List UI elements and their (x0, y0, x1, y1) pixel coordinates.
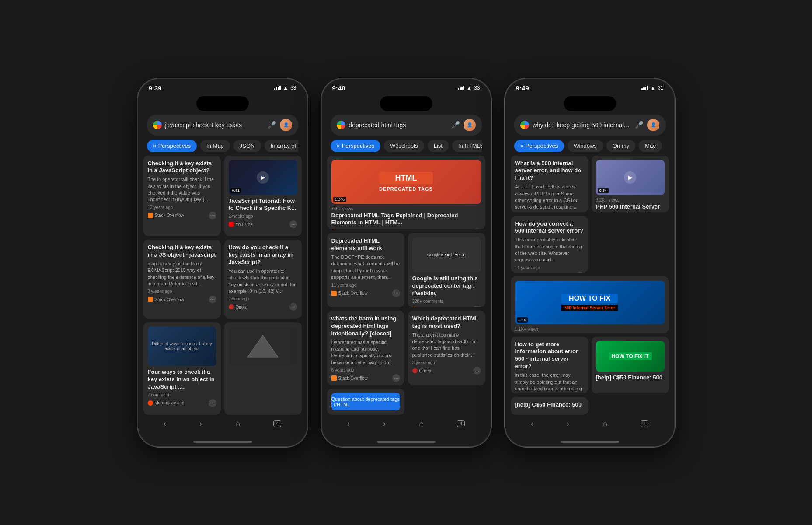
more-options-btn[interactable]: ⋯ (209, 399, 216, 407)
reddit-icon (412, 307, 418, 307)
more-options-btn[interactable]: ⋯ (289, 220, 297, 228)
more-options-btn[interactable]: ⋯ (473, 306, 481, 307)
play-button[interactable]: ▶ (257, 171, 269, 184)
result-title: Checking if a key exists in a JS object … (148, 244, 216, 259)
more-options-btn[interactable]: ⋯ (392, 374, 400, 382)
result-card[interactable]: How do you correct a 500 internal server… (511, 216, 588, 273)
home-button[interactable]: ⌂ (419, 419, 424, 428)
phone1-filter-inmap[interactable]: In Map (200, 140, 230, 152)
phone1-filter-perspectives[interactable]: Perspectives (147, 140, 197, 152)
phone3-filter-perspectives[interactable]: Perspectives (514, 140, 565, 152)
phone2-avatar[interactable]: 👤 (464, 119, 476, 131)
video-thumbnail: HOW TO FIX 500 Internal Server Error 3:1… (515, 281, 665, 324)
result-title: Deprecated HTML Tags Explained | Depreca… (331, 212, 481, 227)
forward-button[interactable]: › (383, 419, 386, 428)
more-results-label: Question about deprecated tags : r/HTML (331, 396, 400, 407)
more-options-btn[interactable]: ⋯ (209, 296, 216, 303)
phone2-results: HTML DEPRECATED TAGS 11:46 740+ views De… (327, 156, 485, 415)
more-options-btn[interactable]: ⋯ (209, 212, 216, 219)
phone2-search-text[interactable]: deprecated html tags (349, 122, 448, 129)
tabs-button[interactable]: 4 (457, 420, 465, 427)
play-button[interactable]: ▶ (624, 171, 636, 184)
video-duration: 3:16 (517, 317, 528, 323)
result-snippet: You can use in operator to check whether… (229, 268, 297, 295)
result-card[interactable]: Which deprecated HTML tag is most used? … (408, 311, 485, 385)
phone2-search-bar[interactable]: deprecated html tags 🎤 👤 (331, 115, 482, 136)
phone2-battery-icon: 33 (474, 85, 480, 91)
phone1-search-text[interactable]: javascript check if key exists (165, 122, 264, 129)
phone1-filter-json[interactable]: JSON (233, 140, 261, 152)
result-source: Stack Overflow ⋯ (331, 374, 400, 382)
result-card[interactable] (224, 322, 302, 414)
views-count: 1.1K+ views (515, 327, 665, 332)
result-card[interactable]: HOW TO FIX IT [help] C$50 Finance: 500 (592, 337, 669, 393)
result-card[interactable]: Question about deprecated tags : r/HTML (327, 389, 404, 415)
mic-icon[interactable]: 🎤 (268, 121, 276, 129)
result-meta: 2 weeks ago (229, 214, 297, 219)
phone1-search-bar[interactable]: javascript check if key exists 🎤 👤 (147, 115, 298, 136)
more-options-btn[interactable]: ⋯ (473, 228, 481, 229)
phone2-filter-perspectives[interactable]: Perspectives (331, 140, 381, 152)
result-card[interactable]: whats the harm in using deprecated html … (327, 311, 404, 385)
result-card[interactable]: How do you check if a key exists in an a… (224, 240, 302, 319)
more-options-btn[interactable]: ⋯ (473, 367, 481, 375)
back-button[interactable]: ‹ (531, 419, 533, 428)
so-icon (148, 213, 153, 218)
result-card-video-large[interactable]: HTML DEPRECATED TAGS 11:46 740+ views De… (327, 156, 485, 230)
result-source: r/learnjavascript ⋯ (148, 399, 216, 407)
phone1-filter-array[interactable]: In array of objects (265, 140, 298, 152)
result-title: Google is still using this deprecated ce… (412, 275, 481, 297)
result-card[interactable]: How to get more information about error … (511, 337, 588, 393)
phone2-filter-list[interactable]: List (428, 140, 449, 152)
forward-button[interactable]: › (199, 419, 202, 428)
result-snippet: This error probably indicates that there… (515, 236, 584, 264)
phone2-filter-html5[interactable]: In HTML5 (452, 140, 482, 152)
more-options-btn[interactable]: ⋯ (576, 272, 584, 273)
result-card[interactable]: ▶ 0:51 JavaScript Tutorial: How to Check… (224, 156, 302, 236)
home-button[interactable]: ⌂ (235, 419, 240, 428)
more-options-btn[interactable]: ⋯ (289, 303, 297, 311)
result-card[interactable]: Google Search Result Google is still usi… (408, 233, 485, 307)
google-logo-icon (520, 121, 529, 129)
mic-icon[interactable]: 🎤 (451, 121, 460, 129)
mic-icon[interactable]: 🎤 (635, 121, 644, 129)
source-name: Stack Overflow (155, 297, 184, 302)
result-card[interactable]: Checking if a key exists in a JavaScript… (143, 156, 221, 236)
forward-button[interactable]: › (567, 419, 569, 428)
result-card[interactable]: Different ways to check if a key exists … (143, 322, 221, 414)
phone2-wifi-icon: ▲ (467, 85, 472, 91)
result-card[interactable]: Checking if a key exists in a JS object … (143, 240, 221, 319)
result-card[interactable]: [help] C$50 Finance: 500 (511, 397, 588, 415)
phone-3: 9:49 ▲ 31 why do i keep getting 500 inte… (505, 78, 675, 447)
phone1-bottom-nav: ‹ › ⌂ 4 (138, 415, 307, 441)
home-button[interactable]: ⌂ (603, 419, 607, 428)
youtube-icon (229, 222, 234, 227)
result-card[interactable]: ▶ 0:54 3.2K+ views PHP 500 Internal Serv… (592, 156, 669, 212)
phone1-avatar[interactable]: 👤 (280, 119, 292, 131)
phone3-signal (641, 86, 648, 90)
source-name: Stack Overflow (338, 291, 368, 296)
phone3-search-text[interactable]: why do i keep getting 500 internal serve… (533, 122, 631, 129)
so-icon (148, 297, 153, 302)
result-card-video-large[interactable]: HOW TO FIX 500 Internal Server Error 3:1… (511, 276, 669, 333)
result-source: r/webdev ⋯ (412, 306, 481, 307)
result-title: [help] C$50 Finance: 500 (596, 374, 665, 382)
phone2-filter-w3schools[interactable]: W3schools (384, 140, 424, 152)
phones-container: 9:39 ▲ 33 javascript check if key exists… (137, 78, 675, 447)
phone3-search-bar[interactable]: why do i keep getting 500 internal serve… (514, 115, 666, 136)
phone3-filter-mac[interactable]: Mac (639, 140, 662, 152)
tabs-button[interactable]: 4 (273, 420, 281, 427)
phone3-filter-windows[interactable]: Windows (568, 140, 603, 152)
back-button[interactable]: ‹ (164, 419, 166, 428)
phone3-filter-onmy[interactable]: On my (606, 140, 635, 152)
channel-row: SimpliCode · 11 months ago ⋯ (331, 228, 481, 229)
phone3-avatar[interactable]: 👤 (647, 119, 659, 131)
result-source: Stack Overflow ⋯ (148, 212, 216, 219)
more-options-btn[interactable]: ⋯ (392, 289, 400, 297)
tabs-button[interactable]: 4 (641, 420, 648, 427)
back-button[interactable]: ‹ (347, 419, 350, 428)
result-card[interactable]: Deprecated HTML elements still work The … (327, 233, 404, 307)
views-count: 3.2K+ views (596, 198, 665, 202)
phone3-status-bar: 9:49 ▲ 31 (514, 84, 666, 92)
result-card[interactable]: What is a 500 internal server error, and… (511, 156, 588, 212)
